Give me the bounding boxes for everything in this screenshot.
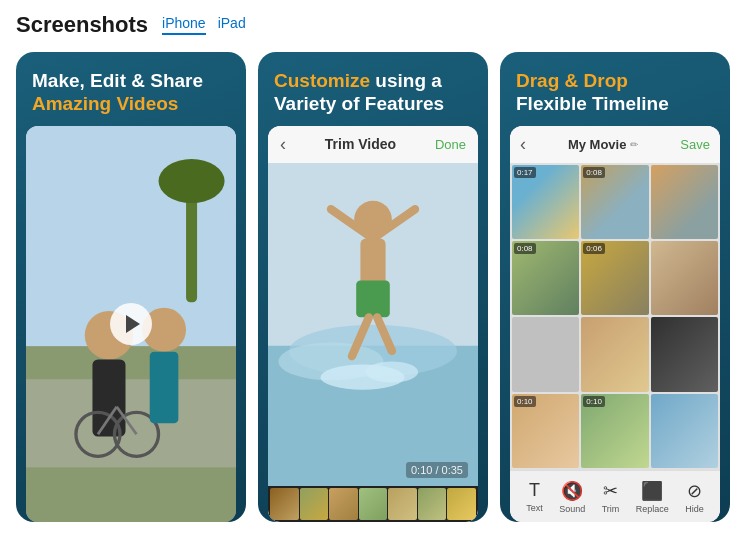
hide-label: Hide	[685, 504, 704, 514]
filmstrip-frame	[300, 488, 329, 520]
page-title: Screenshots	[16, 12, 148, 38]
trim-icon: ✂	[603, 480, 618, 502]
header: Screenshots iPhone iPad	[16, 12, 730, 38]
trim-done-button[interactable]: Done	[435, 137, 466, 152]
grid-cell-12[interactable]	[651, 394, 718, 468]
cell-timestamp-4: 0:06	[583, 243, 605, 254]
trim-label: Trim	[602, 504, 620, 514]
tab-iphone[interactable]: iPhone	[162, 15, 206, 35]
hide-icon: ⊘	[687, 480, 702, 502]
grid-cell-3[interactable]	[651, 165, 718, 239]
text-label: Text	[526, 503, 543, 513]
toolbar-trim[interactable]: ✂ Trim	[602, 480, 620, 514]
trim-header: ‹ Trim Video Done	[268, 126, 478, 163]
toolbar-hide[interactable]: ⊘ Hide	[685, 480, 704, 514]
card-2-highlight: Customize	[274, 70, 370, 91]
filmstrip-frame	[359, 488, 388, 520]
toolbar-text[interactable]: T Text	[526, 480, 543, 513]
grid-cell-6[interactable]	[651, 241, 718, 315]
jumper-svg	[268, 163, 478, 486]
card-3-title-line2: Flexible Timeline	[516, 93, 714, 116]
cell-timestamp-2: 0:08	[583, 167, 605, 178]
trim-back-button[interactable]: ‹	[280, 134, 286, 155]
tab-ipad[interactable]: iPad	[218, 15, 246, 35]
filmstrip-frame	[418, 488, 447, 520]
filmstrip-frame	[329, 488, 358, 520]
card-1-image	[26, 126, 236, 522]
card-2-header: Customize using a Variety of Features	[258, 52, 488, 126]
filmstrip-frame	[447, 488, 476, 520]
svg-rect-21	[356, 280, 390, 317]
cell-timestamp-3: 0:08	[514, 243, 536, 254]
svg-point-25	[366, 361, 419, 382]
card-2-title-line2: Variety of Features	[274, 93, 472, 116]
play-button[interactable]	[110, 303, 152, 345]
toolbar-sound[interactable]: 🔇 Sound	[559, 480, 585, 514]
grid-cell-9[interactable]	[651, 317, 718, 391]
cell-timestamp-1: 0:17	[514, 167, 536, 178]
text-icon: T	[529, 480, 540, 501]
trim-main-image: 0:10 / 0:35	[268, 163, 478, 486]
pencil-icon: ✏	[630, 139, 638, 150]
bike-scene	[26, 126, 236, 522]
card-2-image: ‹ Trim Video Done	[268, 126, 478, 522]
grid-cell-10[interactable]: 0:10	[512, 394, 579, 468]
timeline-save-button[interactable]: Save	[680, 137, 710, 152]
grid-cell-4[interactable]: 0:08	[512, 241, 579, 315]
grid-cell-8[interactable]	[581, 317, 648, 391]
tab-group: iPhone iPad	[162, 15, 246, 35]
timeline-title: My Movie	[568, 137, 627, 152]
trim-video-screen: ‹ Trim Video Done	[268, 126, 478, 522]
sound-label: Sound	[559, 504, 585, 514]
grid-cell-7[interactable]	[512, 317, 579, 391]
screenshot-card-1: Make, Edit & Share Amazing Videos	[16, 52, 246, 522]
card-3-highlight: Drag & Drop	[516, 70, 628, 91]
timeline-title-area: My Movie ✏	[568, 137, 639, 152]
grid-cell-11[interactable]: 0:10	[581, 394, 648, 468]
grid-cell-5[interactable]: 0:06	[581, 241, 648, 315]
page: Screenshots iPhone iPad Make, Edit & Sha…	[0, 0, 746, 534]
screenshot-card-2: Customize using a Variety of Features ‹ …	[258, 52, 488, 522]
timeline-screen: ‹ My Movie ✏ Save 0:17 0:08	[510, 126, 720, 522]
trim-timestamp: 0:10 / 0:35	[406, 462, 468, 478]
grid-cell-1[interactable]: 0:17	[512, 165, 579, 239]
card-1-title-line1: Make, Edit & Share	[32, 70, 230, 93]
card-2-suffix: using a	[370, 70, 442, 91]
card-3-image: ‹ My Movie ✏ Save 0:17 0:08	[510, 126, 720, 522]
timeline-toolbar: T Text 🔇 Sound ✂ Trim ⬛	[510, 470, 720, 522]
play-triangle-icon	[126, 315, 140, 333]
card-2-title-line1: Customize using a	[274, 70, 472, 93]
filmstrip-frame	[270, 488, 299, 520]
toolbar-replace[interactable]: ⬛ Replace	[636, 480, 669, 514]
svg-rect-12	[150, 351, 179, 423]
timeline-header: ‹ My Movie ✏ Save	[510, 126, 720, 163]
svg-point-2	[159, 159, 225, 203]
card-3-title-line1: Drag & Drop	[516, 70, 714, 93]
timeline-back-button[interactable]: ‹	[520, 134, 526, 155]
replace-label: Replace	[636, 504, 669, 514]
cell-timestamp-6: 0:10	[583, 396, 605, 407]
card-1-title-line2: Amazing Videos	[32, 93, 230, 116]
sound-icon: 🔇	[561, 480, 583, 502]
grid-cell-2[interactable]: 0:08	[581, 165, 648, 239]
replace-icon: ⬛	[641, 480, 663, 502]
filmstrip-frame	[388, 488, 417, 520]
screenshots-grid: Make, Edit & Share Amazing Videos	[16, 52, 730, 522]
card-1-header: Make, Edit & Share Amazing Videos	[16, 52, 246, 126]
trim-title: Trim Video	[325, 136, 396, 152]
cell-timestamp-5: 0:10	[514, 396, 536, 407]
screenshot-card-3: Drag & Drop Flexible Timeline ‹ My Movie…	[500, 52, 730, 522]
timeline-grid: 0:17 0:08 0:08 0:06	[510, 163, 720, 470]
svg-rect-6	[92, 359, 125, 436]
trim-filmstrip	[268, 486, 478, 522]
card-3-header: Drag & Drop Flexible Timeline	[500, 52, 730, 126]
